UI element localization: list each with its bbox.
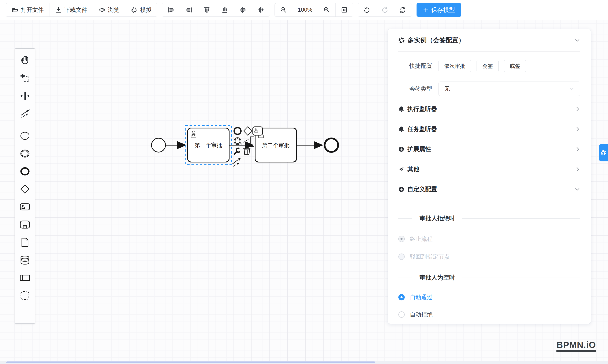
zoom-out-button[interactable] — [275, 3, 292, 16]
create-gateway[interactable] — [15, 180, 35, 198]
send-icon — [398, 166, 404, 172]
section-label: 执行监听器 — [408, 105, 437, 113]
connect-tool-icon[interactable] — [232, 158, 241, 167]
divider-title: 审批人为空时 — [420, 273, 455, 282]
sign-type-select[interactable]: 无 — [438, 81, 580, 96]
create-user-task[interactable] — [15, 198, 35, 216]
create-data-object[interactable] — [15, 234, 35, 251]
space-tool-icon — [20, 91, 30, 101]
open-file-button[interactable]: 打开文件 — [6, 3, 49, 16]
align-top-icon — [203, 6, 211, 14]
eye-icon — [98, 6, 106, 13]
undo-button[interactable] — [358, 3, 376, 16]
section-custom-config[interactable]: 自定义配置 — [398, 179, 580, 199]
change-type-wrench-icon[interactable] — [234, 148, 240, 154]
append-end-event-icon[interactable] — [234, 128, 241, 134]
align-bottom-icon — [221, 6, 229, 14]
radio-label: 终止流程 — [410, 235, 433, 243]
quick-config-label: 快捷配置 — [398, 62, 432, 70]
align-center-v-icon — [257, 6, 264, 14]
horizontal-scrollbar-track[interactable] — [0, 361, 608, 364]
radio-circle[interactable] — [398, 312, 405, 318]
align-top-button[interactable] — [198, 3, 216, 16]
chevron-down-icon — [569, 86, 574, 91]
lasso-tool-icon — [20, 73, 30, 83]
section-task-listener[interactable]: 任务监听器 — [398, 119, 580, 139]
undo-icon — [363, 6, 371, 14]
global-connect-tool[interactable] — [15, 105, 35, 123]
fit-viewport-button[interactable] — [335, 3, 353, 16]
bpmn-io-logo[interactable]: BPMN.iO — [556, 340, 596, 352]
align-button-group — [162, 3, 270, 17]
bell-icon — [398, 106, 404, 112]
gear-icon — [600, 149, 607, 156]
chevron-down-icon — [575, 187, 580, 192]
redo-button[interactable] — [376, 3, 394, 16]
quick-config-row: 快捷配置 依次审批 会签 或签 — [398, 60, 580, 72]
hand-tool[interactable] — [15, 52, 35, 69]
append-user-task-icon[interactable] — [253, 127, 263, 135]
zoom-in-button[interactable] — [318, 3, 335, 16]
preview-label: 浏览 — [108, 6, 119, 14]
task1-label: 第一个审批 — [195, 142, 222, 148]
append-gateway-icon[interactable] — [244, 127, 252, 135]
radio-label: 驳回到指定节点 — [410, 253, 450, 260]
space-tool[interactable] — [15, 87, 35, 105]
radio-circle[interactable] — [398, 294, 405, 300]
horizontal-scrollbar-thumb[interactable] — [6, 362, 375, 363]
align-center-horizontal-button[interactable] — [234, 3, 252, 16]
radio-auto-pass[interactable]: 自动通过 — [398, 293, 580, 301]
radio-auto-reject[interactable]: 自动拒绝 — [398, 311, 580, 318]
create-data-store[interactable] — [15, 251, 35, 269]
align-center-h-icon — [239, 6, 247, 14]
history-button-group — [358, 3, 412, 17]
create-intermediate-event[interactable] — [15, 145, 35, 162]
delete-trash-icon[interactable] — [243, 147, 251, 155]
radio-circle — [398, 254, 405, 260]
divider-approver-rejects: 审批人拒绝时 — [398, 214, 580, 222]
start-event[interactable] — [152, 138, 165, 152]
align-center-vertical-button[interactable] — [252, 3, 270, 16]
section-other[interactable]: 其他 — [398, 159, 580, 179]
download-file-button[interactable]: 下载文件 — [49, 3, 93, 16]
section-extended-properties[interactable]: 扩展属性 — [398, 139, 580, 159]
radio-return-to-node: 驳回到指定节点 — [398, 253, 580, 260]
create-end-event[interactable] — [15, 162, 35, 180]
radio-label: 自动拒绝 — [410, 311, 433, 318]
task-first-approval[interactable]: 第一个审批 — [188, 128, 229, 162]
download-file-label: 下载文件 — [65, 6, 87, 14]
create-participant[interactable] — [15, 269, 35, 287]
refresh-button[interactable] — [394, 3, 412, 16]
section-execution-listener[interactable]: 执行监听器 — [398, 99, 580, 119]
align-right-button[interactable] — [180, 3, 198, 16]
create-subprocess[interactable] — [15, 216, 35, 234]
preview-button[interactable]: 浏览 — [93, 3, 125, 16]
bell-icon — [398, 126, 404, 132]
lasso-tool[interactable] — [15, 69, 35, 87]
palette-separator — [18, 125, 31, 125]
file-button-group: 打开文件 下载文件 浏览 模拟 — [6, 3, 157, 17]
chevron-right-icon — [575, 126, 580, 132]
create-group[interactable] — [15, 287, 35, 304]
quick-option-countersign[interactable]: 会签 — [476, 60, 499, 72]
align-bottom-button[interactable] — [216, 3, 234, 16]
quick-option-sequential[interactable]: 依次审批 — [438, 60, 471, 72]
zoom-level-display: 100% — [292, 3, 318, 16]
panel-header-multi-instance[interactable]: 多实例（会签配置） — [398, 29, 580, 52]
bpmn-diagram: 第一个审批 第二个审批 — [146, 118, 347, 182]
plus-circle-icon — [398, 186, 404, 192]
open-file-label: 打开文件 — [21, 6, 44, 14]
data-store-icon — [20, 255, 30, 265]
sign-type-label: 会签类型 — [398, 85, 432, 92]
folder-open-icon — [12, 6, 19, 13]
settings-toggle-tab[interactable] — [599, 144, 608, 161]
plus-icon — [423, 7, 429, 13]
section-label: 自定义配置 — [408, 185, 437, 193]
quick-option-orsign[interactable]: 或签 — [504, 60, 526, 72]
save-model-button[interactable]: 保存模型 — [417, 3, 461, 17]
end-event[interactable] — [325, 138, 338, 152]
plus-circle-icon — [398, 146, 404, 152]
create-start-event[interactable] — [15, 127, 35, 145]
align-left-button[interactable] — [162, 3, 180, 16]
simulate-button[interactable]: 模拟 — [125, 3, 157, 16]
